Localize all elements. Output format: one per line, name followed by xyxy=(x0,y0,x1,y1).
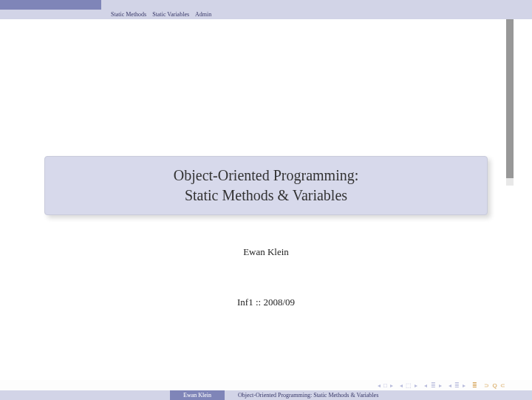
nav-bar: Static Methods Static Variables Admin xyxy=(0,10,532,19)
slide-body: Object-Oriented Programming: Static Meth… xyxy=(0,19,532,359)
title-line-2: Static Methods & Variables xyxy=(60,187,472,204)
nav-item-static-variables[interactable]: Static Variables xyxy=(152,11,189,18)
course-info: Inf1 :: 2008/09 xyxy=(44,296,488,308)
footer-bar: Ewan Klein Object-Oriented Programming: … xyxy=(0,390,532,400)
nav-subsection-icon[interactable]: ◂ ⬚ ▸ xyxy=(400,382,418,389)
navigation-controls: ◂ □ ▸ ◂ ⬚ ▸ ◂ ≣ ▸ ◂ ≣ ▸ ≣ ⊃ Q ⊂ xyxy=(0,380,532,390)
nav-undo-icon[interactable]: ⊃ Q ⊂ xyxy=(484,382,506,389)
title-box: Object-Oriented Programming: Static Meth… xyxy=(44,156,488,215)
title-line-1: Object-Oriented Programming: xyxy=(60,167,472,184)
nav-section-back-icon[interactable]: ◂ ≣ ▸ xyxy=(424,382,442,389)
nav-align-icon[interactable]: ≣ xyxy=(472,382,478,389)
footer-title: Object-Oriented Programming: Static Meth… xyxy=(225,392,378,399)
nav-item-admin[interactable]: Admin xyxy=(195,11,211,18)
nav-item-static-methods[interactable]: Static Methods xyxy=(111,11,146,18)
nav-frame-back-forward-icon[interactable]: ◂ □ ▸ xyxy=(378,382,394,389)
nav-section-fwd-icon[interactable]: ◂ ≣ ▸ xyxy=(449,382,466,389)
author-name: Ewan Klein xyxy=(44,246,488,258)
top-accent-segment xyxy=(0,0,101,10)
footer-author: Ewan Klein xyxy=(170,390,225,400)
top-accent-bar xyxy=(0,0,532,10)
